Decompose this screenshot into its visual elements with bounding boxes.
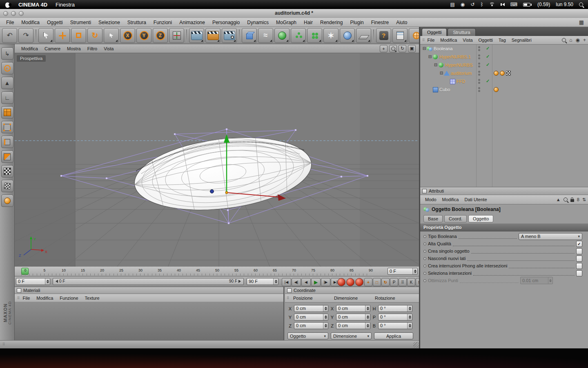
object-name[interactable]: Cubo: [438, 87, 450, 92]
network-icon[interactable]: ◉: [461, 2, 465, 7]
volume-icon[interactable]: [501, 3, 505, 6]
grip-icon[interactable]: ⠿: [287, 296, 293, 300]
target-icon[interactable]: ◉: [576, 37, 580, 43]
stepper[interactable]: [323, 314, 328, 320]
object-row-auditorium[interactable]: ⊟ auditorium: [420, 69, 588, 77]
object-name[interactable]: auditorium: [450, 71, 472, 76]
ruler-strip[interactable]: 0 5 10 15 20 25 30 35 40 45 50 55 60 65 …: [15, 267, 386, 276]
vp-menu-modifica[interactable]: Modifica: [18, 46, 41, 51]
om-menu-file[interactable]: File: [425, 38, 438, 43]
tab-coord[interactable]: Coord.: [444, 215, 467, 222]
om-menu-modifica[interactable]: Modifica: [437, 38, 460, 43]
menu-aiuto[interactable]: Aiuto: [392, 20, 411, 25]
menu-mograph[interactable]: MoGraph: [272, 20, 300, 25]
menu-hair[interactable]: Hair: [300, 20, 316, 25]
prev-frame-button[interactable]: ◀: [301, 278, 311, 286]
points-mode-button[interactable]: [1, 121, 13, 133]
add-environment-button[interactable]: [340, 28, 355, 43]
model-mode-button[interactable]: +: [1, 62, 13, 74]
scale-tool-button[interactable]: [71, 28, 86, 43]
history-icon[interactable]: ⇅: [582, 197, 586, 202]
add-deformer-button[interactable]: [307, 28, 322, 43]
range-start-handle[interactable]: 0 F: [56, 279, 65, 283]
battery-icon[interactable]: [523, 3, 532, 7]
attributes-titlebar[interactable]: Attributi: [420, 187, 588, 195]
visibility-dots[interactable]: [478, 87, 480, 92]
bluetooth-icon[interactable]: ᛒ: [480, 2, 483, 7]
crea-interruzioni-phong-checkbox[interactable]: [576, 263, 582, 269]
texture-tag-icon[interactable]: [494, 71, 499, 76]
texture-mode-button[interactable]: [1, 165, 13, 177]
add-particle-button[interactable]: ✶: [323, 28, 339, 43]
move-tool-button[interactable]: [55, 28, 70, 43]
link-icon[interactable]: 8: [577, 197, 579, 202]
record-parameter-toggle[interactable]: P: [390, 278, 398, 286]
frame-stepper[interactable]: [412, 268, 417, 274]
dim-z-field[interactable]: 0 cm: [336, 322, 370, 329]
object-axis-mode-button[interactable]: [1, 195, 13, 207]
vp-menu-mostra[interactable]: Mostra: [64, 46, 84, 51]
object-name[interactable]: HyperNURBS.1: [438, 54, 471, 59]
menu-plugin[interactable]: Plugin: [346, 20, 367, 25]
boolean-type-dropdown[interactable]: A meno B ▾: [519, 233, 582, 240]
coord-mode-dropdown[interactable]: Oggetto ▾: [287, 332, 328, 339]
stepper[interactable]: [407, 314, 412, 320]
expander-icon[interactable]: ⊟: [422, 47, 427, 51]
layout-manager-button[interactable]: [392, 28, 408, 43]
record-position-toggle[interactable]: +: [364, 278, 372, 286]
nascondi-nuovi-lati-checkbox[interactable]: [576, 256, 582, 262]
stepper[interactable]: [323, 323, 328, 329]
object-mode-button[interactable]: [1, 106, 13, 119]
timeline-ruler[interactable]: 0 5 10 15 20 25 30 35 40 45 50 55 60 65 …: [15, 267, 419, 276]
object-name[interactable]: Booleana: [432, 46, 453, 51]
menu-file[interactable]: File: [2, 20, 18, 25]
tab-struttura[interactable]: Struttura: [448, 28, 475, 36]
mac-app-name[interactable]: CINEMA 4D: [18, 2, 47, 8]
viewport-canvas[interactable]: Prospettiva: [15, 53, 419, 267]
alta-qualita-checkbox[interactable]: ✓: [576, 241, 582, 247]
y-axis-lock-button[interactable]: Y: [136, 28, 151, 43]
range-end-handle[interactable]: 90 F: [229, 279, 241, 283]
time-machine-icon[interactable]: ↺: [470, 2, 474, 7]
expander-icon[interactable]: ⊟: [439, 71, 444, 75]
materials-list-area[interactable]: [15, 302, 283, 340]
render-settings-button[interactable]: [222, 28, 237, 43]
visibility-dots[interactable]: [478, 54, 480, 59]
object-row-cubo[interactable]: Cubo: [420, 85, 588, 94]
seleziona-intersezioni-checkbox[interactable]: [576, 270, 582, 276]
coordinate-system-button[interactable]: [169, 28, 184, 43]
add-modeling-object-button[interactable]: [291, 28, 306, 43]
add-icon[interactable]: +: [583, 37, 586, 43]
frame-range-slider[interactable]: 0 F 90 F: [53, 278, 244, 285]
stepper[interactable]: [407, 323, 412, 329]
coord-size-dropdown[interactable]: Dimensione ▾: [331, 332, 372, 339]
render-view-button[interactable]: [189, 28, 204, 43]
coordinates-titlebar[interactable]: Coordinate: [285, 287, 419, 294]
rot-h-field[interactable]: 0 °: [378, 305, 412, 312]
visibility-dots[interactable]: [478, 79, 480, 84]
texture-tag-icon[interactable]: [500, 71, 505, 76]
home-icon[interactable]: ⌂: [569, 37, 572, 43]
enabled-check-icon[interactable]: ✓: [486, 46, 490, 51]
object-name[interactable]: FFD: [455, 79, 465, 84]
displays-icon[interactable]: ▤: [450, 2, 455, 7]
record-scale-toggle[interactable]: □: [373, 278, 381, 286]
make-editable-button[interactable]: ↳: [1, 47, 13, 60]
texture-axis-mode-button[interactable]: [1, 180, 13, 192]
compositing-tag-icon[interactable]: [506, 71, 511, 76]
keyframe-selection-toggle[interactable]: K: [407, 278, 415, 286]
mat-menu-funzione[interactable]: Funzione: [56, 296, 81, 301]
add-spline-button[interactable]: ≈: [258, 28, 273, 43]
anim-dot-icon[interactable]: [423, 242, 426, 245]
workplane-mode-button[interactable]: ∟: [1, 92, 13, 104]
spotlight-icon[interactable]: [579, 2, 583, 7]
vp-menu-camere[interactable]: Camere: [41, 46, 64, 51]
menu-modifica[interactable]: Modifica: [18, 20, 43, 25]
pos-y-field[interactable]: 0 cm: [294, 314, 328, 321]
crea-singolo-oggetto-checkbox[interactable]: [576, 248, 582, 254]
rot-b-field[interactable]: 0 °: [378, 322, 412, 329]
pan-view-icon[interactable]: +: [380, 45, 388, 52]
anim-dot-icon[interactable]: [423, 272, 426, 275]
anim-dot-icon[interactable]: [423, 257, 426, 260]
dim-x-field[interactable]: 0 cm: [336, 305, 370, 312]
